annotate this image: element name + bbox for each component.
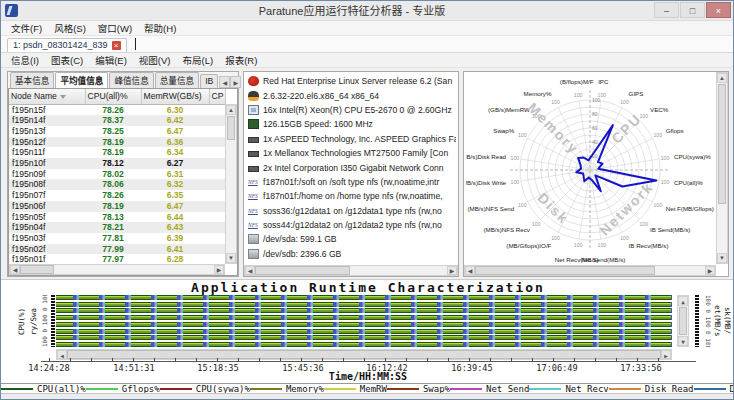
table-row[interactable]: f195n11f78.196.34 xyxy=(9,147,225,158)
tab-close-icon[interactable]: × xyxy=(112,41,121,50)
scroll-up-icon[interactable]: ▲ xyxy=(226,105,236,115)
maximize-button[interactable]: □ xyxy=(680,2,705,18)
chart-title: Application Runtime Characterization xyxy=(1,280,734,295)
sysinfo-text: /dev/sda: 599.1 GB xyxy=(263,234,337,244)
sysinfo-item: Red Hat Enterprise Linux Server release … xyxy=(246,74,456,88)
table-row[interactable]: f195n05f78.136.44 xyxy=(9,212,225,223)
tab-0[interactable]: 基本信息 xyxy=(10,72,54,88)
scroll-down-icon[interactable]: ▼ xyxy=(717,253,727,263)
svg-text:(MB/s)Disk Read: (MB/s)Disk Read xyxy=(466,153,507,160)
sample-markers xyxy=(56,335,672,340)
table-vertical-scrollbar[interactable]: ▲ ▼ xyxy=(225,104,237,264)
column-header[interactable]: Node Name xyxy=(9,89,85,104)
minimize-button[interactable]: – xyxy=(654,2,679,18)
menu-item-1[interactable]: 风格(S) xyxy=(48,21,92,35)
scroll-right-icon[interactable]: ▶ xyxy=(705,266,715,275)
sample-markers xyxy=(56,308,672,313)
node-activity-band xyxy=(56,308,672,313)
scrollbar-thumb[interactable] xyxy=(475,266,655,275)
table-row[interactable]: f195n09f78.026.31 xyxy=(9,169,225,180)
scroll-right-icon[interactable]: ▶ xyxy=(447,266,457,275)
tab-scroll-right-icon[interactable]: ▶ xyxy=(230,76,241,88)
scroll-up-icon[interactable]: ▲ xyxy=(678,296,688,306)
menu-item-2[interactable]: 窗口(W) xyxy=(92,21,138,35)
scroll-left-icon[interactable]: ◀ xyxy=(10,265,20,274)
table-row[interactable]: f195n15f78.266.30 xyxy=(9,104,225,115)
scrollbar-thumb[interactable] xyxy=(718,84,726,204)
table-row[interactable]: f195n12f78.196.36 xyxy=(9,137,225,148)
column-header[interactable]: MemRW(GB/s) xyxy=(141,89,209,104)
filter-icon[interactable] xyxy=(60,95,66,99)
tab-4[interactable]: IB xyxy=(200,74,218,88)
scrollbar-thumb[interactable] xyxy=(255,266,350,275)
submenu-item-4[interactable]: 布局(L) xyxy=(177,53,220,67)
radar-vertical-scrollbar[interactable]: ▲ ▼ xyxy=(716,72,728,264)
legend-line-swatch xyxy=(86,388,118,390)
submenu-item-0[interactable]: 信息(I) xyxy=(5,53,45,67)
disk-icon xyxy=(248,249,259,259)
table-row[interactable]: f195n07f78.266.35 xyxy=(9,190,225,201)
document-tab[interactable]: 1: psdn_08301424_839 × xyxy=(7,38,127,52)
svg-text:(MB/Gflops)IO/F: (MB/Gflops)IO/F xyxy=(506,242,551,249)
chart-vertical-scrollbar[interactable]: ▲ ▼ xyxy=(677,295,689,347)
legend-line-swatch xyxy=(694,388,726,390)
close-button[interactable]: × xyxy=(706,2,731,18)
submenu-item-1[interactable]: 图表(C) xyxy=(45,53,89,67)
right-axis-label-disk: sk(MB/ xyxy=(721,295,732,347)
document-tab-bar: 1: psdn_08301424_839 × xyxy=(1,36,733,53)
node-activity-plot xyxy=(56,295,672,347)
menu-item-3[interactable]: 帮助(H) xyxy=(138,21,182,35)
radar-panel: 100CPU(sywa)%100Gflops100VEC%100GIPS100I… xyxy=(463,71,729,277)
svg-text:CPU(all)%: CPU(all)% xyxy=(674,179,703,186)
menu-item-0[interactable]: 文件(F) xyxy=(5,21,48,35)
table-row[interactable]: f195n10f78.126.27 xyxy=(9,158,225,169)
table-row[interactable]: f195n03f77.816.39 xyxy=(9,233,225,244)
nfs-icon: NFS xyxy=(248,206,259,216)
column-header[interactable]: CP▲ xyxy=(209,89,225,104)
table-horizontal-scrollbar[interactable]: ◀ ▶ xyxy=(9,264,225,275)
sysinfo-text: soss44:/g12data2 on /g12data2 type nfs (… xyxy=(263,220,442,230)
svg-text:CPU(sywa)%: CPU(sywa)% xyxy=(674,153,711,160)
svg-text:100: 100 xyxy=(532,221,541,227)
table-row[interactable]: f195n06f78.196.47 xyxy=(9,201,225,212)
scroll-right-icon[interactable]: ▶ xyxy=(214,265,224,274)
table-row[interactable]: f195n08f78.066.32 xyxy=(9,179,225,190)
tab-scroll-left-icon[interactable]: ◀ xyxy=(219,76,230,88)
svg-text:Net Send(MB/s): Net Send(MB/s) xyxy=(581,256,625,263)
tab-3[interactable]: 总量信息 xyxy=(155,72,199,88)
scroll-left-icon[interactable]: ◀ xyxy=(465,266,475,275)
scroll-down-icon[interactable]: ▼ xyxy=(226,253,236,263)
sysinfo-text: soss36:/g12data1 on /g12data1 type nfs (… xyxy=(263,206,442,216)
scrollbar-thumb[interactable] xyxy=(227,116,235,140)
node-activity-band xyxy=(56,329,672,334)
secondary-menu-bar: 信息(I)图表(C)编辑(E)视图(V)布局(L)报表(R) xyxy=(1,53,733,68)
scroll-left-icon[interactable]: ◀ xyxy=(245,266,255,275)
tab-1[interactable]: 平均值信息 xyxy=(55,72,108,88)
tab-2[interactable]: 峰值信息 xyxy=(109,72,153,88)
scroll-right-icon[interactable]: ▶ xyxy=(661,350,671,359)
sort-asc-icon[interactable]: ▲ xyxy=(224,94,225,100)
table-row[interactable]: f195n14f78.376.42 xyxy=(9,115,225,126)
svg-text:60: 60 xyxy=(592,125,598,131)
sysinfo-horizontal-scrollbar[interactable]: ◀ ▶ xyxy=(244,265,458,276)
scrollbar-thumb[interactable] xyxy=(679,307,687,335)
submenu-item-3[interactable]: 视图(V) xyxy=(133,53,177,67)
scroll-down-icon[interactable]: ▼ xyxy=(678,336,688,346)
app-window: Paratune应用运行特征分析器 - 专业版 – □ × 文件(F)风格(S)… xyxy=(0,0,734,400)
submenu-item-5[interactable]: 报表(R) xyxy=(219,53,263,67)
svg-text:100: 100 xyxy=(592,97,601,103)
radar-horizontal-scrollbar[interactable]: ◀ ▶ xyxy=(464,265,716,276)
svg-text:(B/flops)M/F: (B/flops)M/F xyxy=(560,78,594,85)
sysinfo-text: 126.15GB Speed: 1600 MHz xyxy=(263,119,373,129)
node-activity-band xyxy=(56,335,672,340)
submenu-item-2[interactable]: 编辑(E) xyxy=(89,53,133,67)
column-header[interactable]: CPU(all)% xyxy=(85,89,141,104)
table-row[interactable]: f195n13f78.256.47 xyxy=(9,126,225,137)
scrollbar-thumb[interactable] xyxy=(20,265,54,274)
scroll-up-icon[interactable]: ▲ xyxy=(717,73,727,83)
window-title: Paratune应用运行特征分析器 - 专业版 xyxy=(61,1,643,21)
table-row[interactable]: f195n04f78.216.43 xyxy=(9,222,225,233)
sysinfo-item: /dev/sdb: 2396.6 GB xyxy=(246,247,456,261)
node-activity-band xyxy=(56,342,672,347)
table-row[interactable]: f195n02f77.996.41 xyxy=(9,244,225,255)
